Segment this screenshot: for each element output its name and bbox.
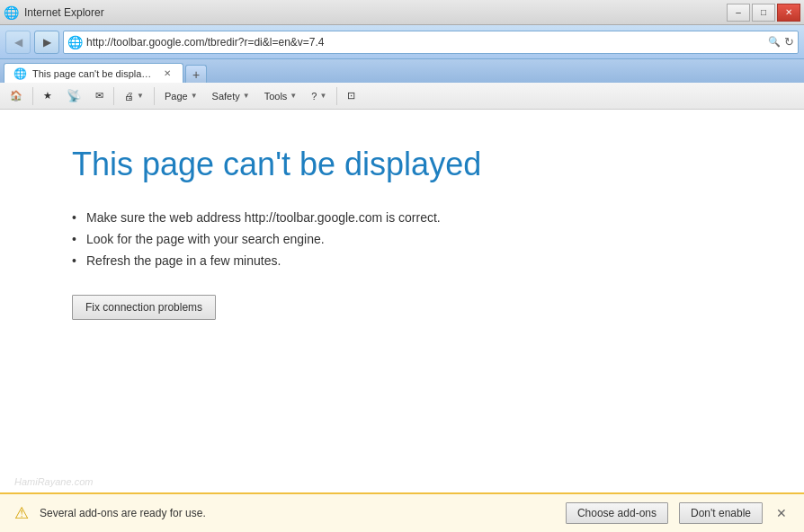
fix-connection-button[interactable]: Fix connection problems [72, 295, 216, 320]
notification-icon: ⚠ [14, 503, 29, 523]
tab-ie-icon: 🌐 [13, 67, 27, 80]
refresh-icon[interactable]: ↻ [784, 35, 794, 49]
toolbar-separator-2 [113, 87, 114, 105]
back-button[interactable]: ◀ [5, 31, 31, 54]
compat-icon: ⊡ [347, 90, 355, 102]
mail-icon: ✉ [95, 90, 103, 102]
toolbar-separator-3 [154, 87, 155, 105]
browser-body: This page can't be displayed Make sure t… [0, 110, 804, 532]
maximize-button[interactable]: □ [752, 4, 775, 22]
tools-menu-button[interactable]: Tools ▼ [258, 85, 304, 107]
nav-bar: ◀ ▶ 🌐 🔍 ↻ [0, 25, 804, 59]
favorites-star-button[interactable]: ★ [37, 85, 58, 107]
address-ie-icon: 🌐 [67, 35, 83, 49]
page-arrow: ▼ [191, 92, 198, 100]
home-icon: 🏠 [10, 90, 22, 102]
error-list: Make sure the web address http://toolbar… [72, 210, 732, 268]
page-menu-label: Page [165, 91, 188, 102]
error-title: This page can't be displayed [72, 146, 732, 183]
toolbar: 🏠 ★ 📡 ✉ 🖨 ▼ Page ▼ Safety ▼ Tools ▼ ? ▼ … [0, 83, 804, 110]
rss-icon: 📡 [67, 89, 81, 102]
rss-button[interactable]: 📡 [60, 85, 87, 107]
mail-button[interactable]: ✉ [89, 85, 110, 107]
title-bar-left: 🌐 Internet Explorer [4, 5, 104, 20]
tools-arrow: ▼ [290, 92, 297, 100]
content-area: This page can't be displayed Make sure t… [0, 110, 804, 532]
search-icon[interactable]: 🔍 [768, 36, 781, 48]
print-button[interactable]: 🖨 ▼ [118, 85, 150, 107]
help-button[interactable]: ? ▼ [305, 85, 333, 107]
title-bar-controls: – □ ✕ [727, 4, 800, 22]
tab-label: This page can't be displayed [32, 68, 156, 79]
dont-enable-button[interactable]: Don't enable [679, 502, 763, 524]
active-tab[interactable]: 🌐 This page can't be displayed ✕ [4, 63, 183, 83]
toolbar-separator-1 [32, 87, 33, 105]
error-bullet-2: Look for the page with your search engin… [72, 232, 732, 246]
tools-menu-label: Tools [264, 91, 288, 102]
notification-close-button[interactable]: ✕ [773, 505, 790, 521]
tab-bar: 🌐 This page can't be displayed ✕ + [0, 59, 804, 83]
forward-button[interactable]: ▶ [34, 31, 59, 54]
forward-icon: ▶ [43, 36, 51, 49]
star-icon: ★ [43, 90, 52, 102]
print-icon: 🖨 [124, 91, 134, 102]
watermark: HamiRayane.com [14, 476, 93, 487]
safety-arrow: ▼ [243, 92, 250, 100]
address-bar-icons: 🔍 ↻ [768, 35, 794, 49]
page-menu-button[interactable]: Page ▼ [158, 85, 204, 107]
choose-addons-button[interactable]: Choose add-ons [566, 502, 668, 524]
home-button[interactable]: 🏠 [4, 85, 29, 107]
tab-close-button[interactable]: ✕ [161, 67, 174, 80]
help-arrow: ▼ [319, 92, 326, 100]
print-arrow: ▼ [137, 92, 144, 100]
compat-button[interactable]: ⊡ [341, 85, 362, 107]
safety-menu-label: Safety [212, 91, 240, 102]
back-icon: ◀ [14, 36, 22, 49]
notification-bar: ⚠ Several add-ons are ready for use. Cho… [0, 492, 804, 532]
ie-logo: 🌐 [4, 5, 19, 20]
new-tab-button[interactable]: + [185, 65, 207, 83]
safety-menu-button[interactable]: Safety ▼ [206, 85, 256, 107]
error-bullet-3: Refresh the page in a few minutes. [72, 253, 732, 268]
title-bar: 🌐 Internet Explorer – □ ✕ [0, 0, 804, 25]
error-bullet-1: Make sure the web address http://toolbar… [72, 210, 732, 225]
window-title: Internet Explorer [24, 6, 104, 19]
toolbar-separator-4 [336, 87, 337, 105]
address-bar[interactable]: 🌐 🔍 ↻ [63, 31, 799, 54]
notification-text: Several add-ons are ready for use. [40, 507, 555, 519]
minimize-button[interactable]: – [727, 4, 750, 22]
close-button[interactable]: ✕ [777, 4, 800, 22]
address-input[interactable] [86, 36, 764, 49]
help-icon: ? [311, 91, 317, 102]
